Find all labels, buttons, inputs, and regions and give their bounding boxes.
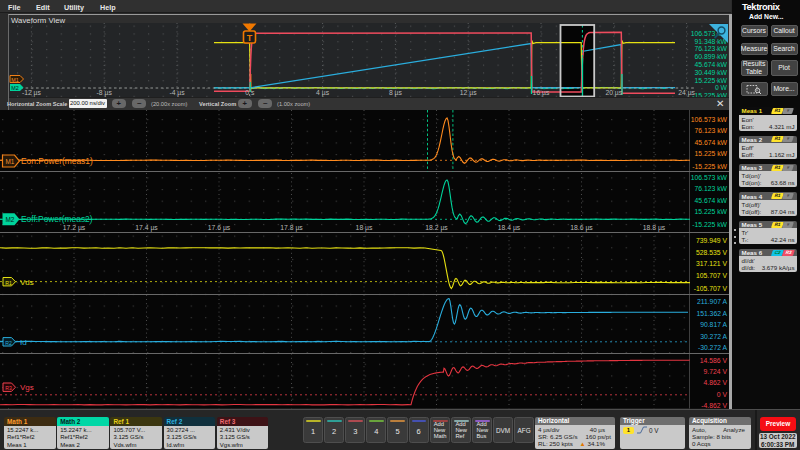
svg-text:20 µs: 20 µs (605, 89, 622, 97)
svg-text:0 W: 0 W (715, 84, 728, 91)
svg-text:18.6 µs: 18.6 µs (570, 224, 593, 232)
svg-text:30.272 A: 30.272 A (700, 333, 727, 340)
svg-text:106.573 kW: 106.573 kW (691, 116, 728, 123)
svg-text:0 V: 0 V (717, 391, 728, 398)
svg-text:M1: M1 (6, 158, 15, 165)
svg-text:14.586 V: 14.586 V (700, 357, 728, 364)
svg-text:Vgs: Vgs (20, 383, 34, 392)
svg-text:18.4 µs: 18.4 µs (498, 224, 521, 232)
svg-text:528.535 V: 528.535 V (696, 249, 727, 256)
svg-text:M2: M2 (6, 216, 15, 223)
svg-text:M1: M1 (11, 77, 19, 83)
svg-text:15.225 kW: 15.225 kW (695, 208, 728, 215)
svg-text:15.225 kW: 15.225 kW (695, 77, 728, 84)
svg-text:739.949 V: 739.949 V (696, 237, 727, 244)
svg-text:T: T (247, 33, 253, 43)
svg-text:4 µs: 4 µs (316, 89, 330, 97)
svg-text:105.707 V: 105.707 V (696, 272, 727, 279)
svg-text:R1: R1 (5, 280, 12, 286)
svg-text:-15.225 kW: -15.225 kW (692, 221, 727, 228)
svg-text:18.8 µs: 18.8 µs (643, 224, 666, 232)
svg-text:17.8 µs: 17.8 µs (280, 224, 303, 232)
svg-text:-105.707 V: -105.707 V (694, 285, 728, 292)
svg-text:151.362 A: 151.362 A (696, 310, 727, 317)
svg-text:Vds: Vds (20, 278, 34, 287)
svg-text:30.449 kW: 30.449 kW (695, 69, 728, 76)
svg-text:18 µs: 18 µs (356, 224, 373, 232)
svg-text:17.6 µs: 17.6 µs (208, 224, 231, 232)
svg-text:-15.225 kW: -15.225 kW (692, 163, 727, 170)
svg-text:76.123 kW: 76.123 kW (695, 45, 728, 52)
svg-text:Id: Id (20, 338, 27, 347)
svg-text:9.724 V: 9.724 V (704, 368, 728, 375)
svg-text:211.907 A: 211.907 A (697, 298, 728, 305)
svg-text:12 µs: 12 µs (460, 89, 477, 97)
svg-text:8 µs: 8 µs (389, 89, 403, 97)
svg-text:R3: R3 (5, 385, 12, 391)
svg-text:17.2 µs: 17.2 µs (63, 224, 86, 232)
svg-text:15.225 kW: 15.225 kW (695, 150, 728, 157)
svg-text:45.674 kW: 45.674 kW (695, 61, 728, 68)
svg-text:Eon:Power(meas1): Eon:Power(meas1) (21, 156, 93, 166)
svg-text:-8 µs: -8 µs (97, 89, 113, 97)
svg-text:-4 µs: -4 µs (169, 89, 185, 97)
svg-text:-30.272 A: -30.272 A (698, 344, 728, 351)
svg-text:0 s: 0 s (245, 89, 255, 96)
svg-text:45.674 kW: 45.674 kW (695, 139, 728, 146)
svg-text:-12 µs: -12 µs (22, 89, 42, 97)
svg-text:91.348 kW: 91.348 kW (695, 38, 728, 45)
svg-text:60.899 kW: 60.899 kW (695, 53, 728, 60)
svg-text:76.123 kW: 76.123 kW (695, 127, 728, 134)
svg-text:76.123 kW: 76.123 kW (695, 185, 728, 192)
svg-text:4.862 V: 4.862 V (704, 379, 728, 386)
svg-text:45.674 kW: 45.674 kW (695, 197, 728, 204)
svg-text:M2: M2 (11, 85, 19, 91)
svg-text:16 µs: 16 µs (533, 89, 550, 97)
svg-text:90.817 A: 90.817 A (700, 321, 727, 328)
svg-text:106.573 kW: 106.573 kW (691, 174, 728, 181)
svg-text:17.4 µs: 17.4 µs (135, 224, 158, 232)
svg-text:R2: R2 (5, 340, 12, 346)
svg-text:317.121 V: 317.121 V (696, 260, 727, 267)
svg-text:Eoff:Power(meas2): Eoff:Power(meas2) (21, 214, 93, 224)
svg-text:18.2 µs: 18.2 µs (425, 224, 448, 232)
